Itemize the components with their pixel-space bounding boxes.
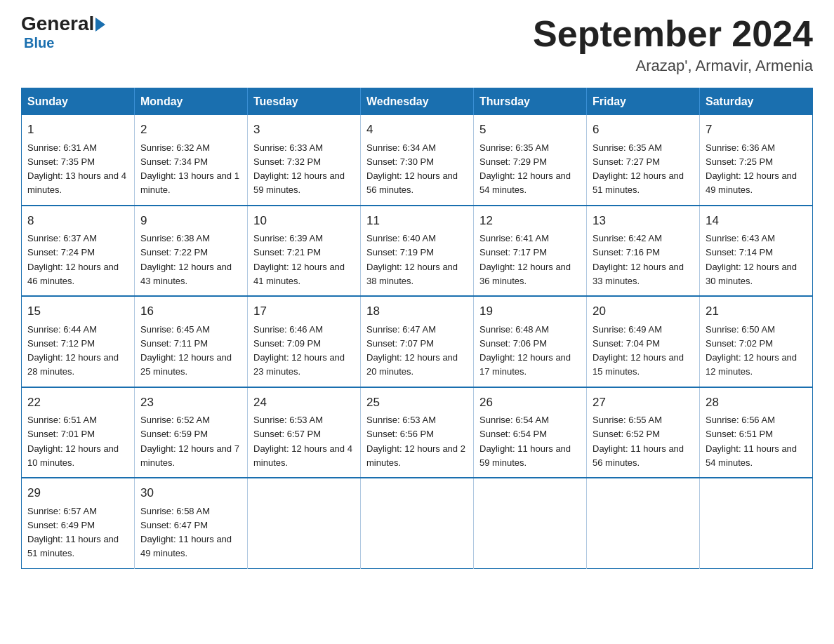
calendar-week-row: 29 Sunrise: 6:57 AMSunset: 6:49 PMDaylig…: [22, 478, 813, 568]
day-number: 21: [706, 302, 807, 321]
calendar-cell: 15 Sunrise: 6:44 AMSunset: 7:12 PMDaylig…: [22, 296, 135, 387]
calendar-cell: 28 Sunrise: 6:56 AMSunset: 6:51 PMDaylig…: [700, 387, 813, 478]
day-number: 20: [593, 302, 694, 321]
day-number: 10: [253, 212, 355, 230]
weekday-header-tuesday: Tuesday: [248, 88, 361, 116]
day-number: 16: [140, 302, 241, 321]
calendar-cell: [474, 478, 587, 568]
day-info: Sunrise: 6:54 AMSunset: 6:54 PMDaylight:…: [479, 415, 571, 468]
day-info: Sunrise: 6:45 AMSunset: 7:11 PMDaylight:…: [140, 324, 232, 377]
day-number: 29: [27, 484, 128, 502]
day-number: 12: [479, 212, 581, 230]
calendar-cell: 27 Sunrise: 6:55 AMSunset: 6:52 PMDaylig…: [587, 387, 700, 478]
calendar-cell: 3 Sunrise: 6:33 AMSunset: 7:32 PMDayligh…: [248, 115, 361, 206]
day-number: 28: [706, 394, 807, 412]
calendar-cell: 24 Sunrise: 6:53 AMSunset: 6:57 PMDaylig…: [248, 387, 361, 478]
calendar-cell: 9 Sunrise: 6:38 AMSunset: 7:22 PMDayligh…: [135, 206, 248, 297]
logo-text: General: [21, 14, 105, 34]
calendar-cell: 29 Sunrise: 6:57 AMSunset: 6:49 PMDaylig…: [22, 478, 135, 568]
calendar-cell: 18 Sunrise: 6:47 AMSunset: 7:07 PMDaylig…: [361, 296, 474, 387]
logo-arrow-icon: [95, 18, 105, 32]
day-number: 13: [593, 212, 694, 230]
day-number: 4: [366, 121, 468, 139]
day-info: Sunrise: 6:53 AMSunset: 6:56 PMDaylight:…: [366, 415, 465, 468]
calendar-cell: 11 Sunrise: 6:40 AMSunset: 7:19 PMDaylig…: [361, 206, 474, 297]
day-number: 6: [593, 121, 694, 139]
day-info: Sunrise: 6:58 AMSunset: 6:47 PMDaylight:…: [140, 506, 232, 559]
day-number: 18: [366, 302, 468, 321]
day-number: 25: [366, 394, 468, 412]
day-info: Sunrise: 6:33 AMSunset: 7:32 PMDaylight:…: [253, 142, 345, 196]
day-info: Sunrise: 6:46 AMSunset: 7:09 PMDaylight:…: [253, 324, 345, 377]
calendar-cell: 14 Sunrise: 6:43 AMSunset: 7:14 PMDaylig…: [700, 206, 813, 297]
logo: General Blue: [21, 14, 105, 51]
location-title: Arazap', Armavir, Armenia: [533, 57, 813, 75]
day-info: Sunrise: 6:44 AMSunset: 7:12 PMDaylight:…: [27, 324, 119, 377]
day-number: 30: [140, 484, 241, 502]
page-header: General Blue September 2024 Arazap', Arm…: [21, 14, 813, 75]
calendar-table: SundayMondayTuesdayWednesdayThursdayFrid…: [21, 88, 813, 569]
day-info: Sunrise: 6:53 AMSunset: 6:57 PMDaylight:…: [253, 415, 352, 468]
calendar-cell: 6 Sunrise: 6:35 AMSunset: 7:27 PMDayligh…: [587, 115, 700, 206]
calendar-cell: 1 Sunrise: 6:31 AMSunset: 7:35 PMDayligh…: [22, 115, 135, 206]
day-info: Sunrise: 6:40 AMSunset: 7:19 PMDaylight:…: [366, 233, 458, 286]
calendar-cell: 23 Sunrise: 6:52 AMSunset: 6:59 PMDaylig…: [135, 387, 248, 478]
calendar-cell: 13 Sunrise: 6:42 AMSunset: 7:16 PMDaylig…: [587, 206, 700, 297]
logo-subtitle: Blue: [24, 35, 54, 51]
day-info: Sunrise: 6:31 AMSunset: 7:35 PMDaylight:…: [27, 142, 126, 196]
calendar-cell: 4 Sunrise: 6:34 AMSunset: 7:30 PMDayligh…: [361, 115, 474, 206]
calendar-cell: [587, 478, 700, 568]
day-number: 15: [27, 302, 128, 321]
day-info: Sunrise: 6:34 AMSunset: 7:30 PMDaylight:…: [366, 142, 458, 196]
day-info: Sunrise: 6:36 AMSunset: 7:25 PMDaylight:…: [706, 142, 797, 196]
day-info: Sunrise: 6:49 AMSunset: 7:04 PMDaylight:…: [593, 324, 684, 377]
day-number: 11: [366, 212, 468, 230]
day-number: 7: [706, 121, 807, 139]
weekday-header-friday: Friday: [587, 88, 700, 116]
day-number: 8: [27, 212, 128, 230]
day-info: Sunrise: 6:41 AMSunset: 7:17 PMDaylight:…: [479, 233, 571, 286]
day-number: 9: [140, 212, 241, 230]
month-title: September 2024: [533, 14, 813, 54]
calendar-cell: 12 Sunrise: 6:41 AMSunset: 7:17 PMDaylig…: [474, 206, 587, 297]
calendar-cell: 30 Sunrise: 6:58 AMSunset: 6:47 PMDaylig…: [135, 478, 248, 568]
calendar-cell: 21 Sunrise: 6:50 AMSunset: 7:02 PMDaylig…: [700, 296, 813, 387]
day-number: 2: [140, 121, 241, 139]
day-number: 24: [253, 394, 355, 412]
calendar-week-row: 15 Sunrise: 6:44 AMSunset: 7:12 PMDaylig…: [22, 296, 813, 387]
calendar-week-row: 8 Sunrise: 6:37 AMSunset: 7:24 PMDayligh…: [22, 206, 813, 297]
title-block: September 2024 Arazap', Armavir, Armenia: [533, 14, 813, 75]
day-info: Sunrise: 6:38 AMSunset: 7:22 PMDaylight:…: [140, 233, 232, 286]
day-info: Sunrise: 6:56 AMSunset: 6:51 PMDaylight:…: [706, 415, 797, 468]
calendar-cell: 7 Sunrise: 6:36 AMSunset: 7:25 PMDayligh…: [700, 115, 813, 206]
day-info: Sunrise: 6:47 AMSunset: 7:07 PMDaylight:…: [366, 324, 458, 377]
weekday-header-monday: Monday: [135, 88, 248, 116]
calendar-cell: 20 Sunrise: 6:49 AMSunset: 7:04 PMDaylig…: [587, 296, 700, 387]
day-number: 27: [593, 394, 694, 412]
day-info: Sunrise: 6:51 AMSunset: 7:01 PMDaylight:…: [27, 415, 119, 468]
day-info: Sunrise: 6:48 AMSunset: 7:06 PMDaylight:…: [479, 324, 571, 377]
weekday-header-row: SundayMondayTuesdayWednesdayThursdayFrid…: [22, 88, 813, 116]
calendar-week-row: 1 Sunrise: 6:31 AMSunset: 7:35 PMDayligh…: [22, 115, 813, 206]
calendar-cell: [248, 478, 361, 568]
calendar-cell: 10 Sunrise: 6:39 AMSunset: 7:21 PMDaylig…: [248, 206, 361, 297]
day-number: 17: [253, 302, 355, 321]
weekday-header-saturday: Saturday: [700, 88, 813, 116]
calendar-cell: 17 Sunrise: 6:46 AMSunset: 7:09 PMDaylig…: [248, 296, 361, 387]
day-info: Sunrise: 6:42 AMSunset: 7:16 PMDaylight:…: [593, 233, 684, 286]
calendar-cell: 26 Sunrise: 6:54 AMSunset: 6:54 PMDaylig…: [474, 387, 587, 478]
day-number: 19: [479, 302, 581, 321]
calendar-cell: 19 Sunrise: 6:48 AMSunset: 7:06 PMDaylig…: [474, 296, 587, 387]
day-number: 14: [706, 212, 807, 230]
day-number: 23: [140, 394, 241, 412]
calendar-cell: 16 Sunrise: 6:45 AMSunset: 7:11 PMDaylig…: [135, 296, 248, 387]
day-info: Sunrise: 6:57 AMSunset: 6:49 PMDaylight:…: [27, 506, 119, 559]
day-info: Sunrise: 6:52 AMSunset: 6:59 PMDaylight:…: [140, 415, 239, 468]
weekday-header-sunday: Sunday: [22, 88, 135, 116]
day-info: Sunrise: 6:43 AMSunset: 7:14 PMDaylight:…: [706, 233, 797, 286]
calendar-cell: 22 Sunrise: 6:51 AMSunset: 7:01 PMDaylig…: [22, 387, 135, 478]
day-info: Sunrise: 6:35 AMSunset: 7:29 PMDaylight:…: [479, 142, 571, 196]
day-number: 1: [27, 121, 128, 139]
day-info: Sunrise: 6:32 AMSunset: 7:34 PMDaylight:…: [140, 142, 239, 196]
day-number: 22: [27, 394, 128, 412]
